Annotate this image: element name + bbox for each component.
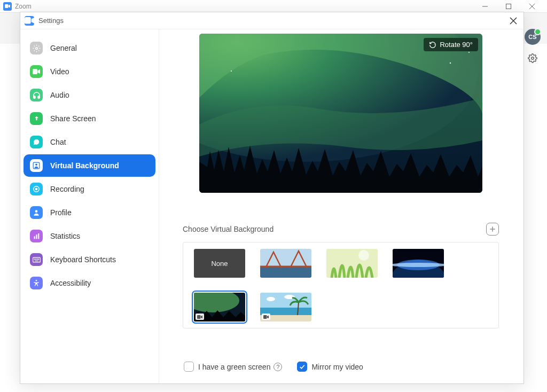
chart-icon	[30, 230, 43, 242]
mirror-video-label: Mirror my video	[311, 363, 363, 371]
svg-rect-51	[263, 315, 267, 319]
svg-point-22	[37, 258, 37, 259]
rotate-icon	[429, 41, 436, 49]
svg-rect-35	[260, 267, 311, 278]
svg-point-15	[35, 210, 38, 213]
sidebar-item-label: Video	[50, 67, 69, 76]
svg-rect-6	[25, 17, 31, 24]
sidebar-item-label: Recording	[50, 185, 84, 193]
sidebar-item-label: Keyboard Shortcuts	[50, 255, 116, 264]
svg-point-20	[34, 258, 35, 259]
svg-rect-18	[38, 233, 39, 239]
zoom-logo-icon	[25, 16, 34, 26]
svg-point-49	[267, 297, 275, 301]
svg-rect-0	[5, 4, 9, 8]
green-screen-label: I have a green screen	[198, 363, 270, 371]
mirror-video-checkbox-row[interactable]: Mirror my video	[297, 362, 363, 372]
settings-titlebar: Settings	[20, 12, 523, 29]
svg-rect-2	[506, 4, 511, 9]
user-avatar[interactable]: CS	[525, 29, 541, 45]
main-close-button[interactable]	[520, 0, 544, 13]
sidebar-item-keyboard-shortcuts[interactable]: Keyboard Shortcuts	[24, 248, 155, 271]
share-icon	[30, 112, 43, 125]
app-name: Zoom	[15, 3, 32, 10]
sidebar-item-label: Share Screen	[50, 114, 96, 123]
check-icon	[299, 363, 306, 370]
svg-point-23	[38, 258, 38, 259]
background-thumb-aurora[interactable]	[194, 293, 245, 322]
user-icon	[30, 206, 43, 219]
minimize-button[interactable]	[473, 0, 497, 13]
green-screen-checkbox[interactable]	[184, 362, 194, 372]
background-thumb-beach[interactable]	[260, 293, 311, 322]
video-badge-icon	[262, 313, 270, 320]
svg-point-21	[35, 258, 36, 259]
svg-point-29	[468, 52, 470, 53]
accessibility-icon	[30, 277, 43, 289]
svg-point-25	[36, 280, 37, 281]
rotate-button[interactable]: Rotate 90°	[424, 38, 478, 51]
backgrounds-container: None	[183, 242, 499, 328]
choose-background-title: Choose Virtual Background	[183, 225, 274, 233]
svg-rect-45	[197, 315, 201, 319]
sidebar-item-video[interactable]: Video	[24, 60, 155, 83]
svg-point-31	[231, 70, 232, 72]
svg-point-12	[35, 164, 37, 166]
sidebar-item-chat[interactable]: Chat	[24, 131, 155, 153]
sidebar-item-statistics[interactable]: Statistics	[24, 225, 155, 247]
sidebar-item-general[interactable]: General	[24, 37, 155, 59]
sidebar-item-label: General	[50, 44, 77, 52]
maximize-button[interactable]	[497, 0, 520, 13]
sidebar-item-label: Statistics	[50, 232, 80, 240]
record-icon	[30, 183, 43, 195]
mirror-video-checkbox[interactable]	[297, 362, 307, 372]
sidebar-item-label: Virtual Background	[50, 161, 119, 170]
svg-point-14	[35, 188, 38, 191]
thumb-none-label: None	[211, 260, 228, 268]
add-background-button[interactable]	[486, 223, 499, 236]
background-thumb-bridge[interactable]	[260, 249, 311, 278]
window-controls	[473, 0, 544, 13]
sidebar-item-label: Chat	[50, 138, 66, 146]
video-preview: Rotate 90°	[199, 34, 482, 193]
svg-rect-19	[33, 257, 40, 262]
sidebar-item-label: Accessibility	[50, 279, 91, 287]
headphones-icon	[30, 89, 43, 101]
svg-point-38	[358, 250, 369, 261]
green-screen-checkbox-row[interactable]: I have a green screen ?	[184, 362, 282, 372]
plus-icon	[489, 225, 496, 233]
settings-window: Settings General Video Audio Share Scree…	[20, 12, 524, 384]
help-icon[interactable]: ?	[274, 363, 282, 371]
video-badge-icon	[196, 313, 204, 320]
main-titlebar: Zoom	[0, 0, 547, 13]
svg-rect-10	[33, 69, 37, 74]
svg-point-9	[35, 47, 37, 49]
sidebar-item-accessibility[interactable]: Accessibility	[24, 272, 155, 294]
svg-rect-17	[36, 234, 37, 239]
settings-sidebar: General Video Audio Share Screen Chat Vi…	[20, 29, 159, 383]
chat-icon	[30, 136, 43, 148]
svg-point-28	[450, 62, 451, 64]
zoom-logo-icon	[3, 2, 12, 11]
keyboard-icon	[30, 253, 43, 266]
rotate-label: Rotate 90°	[440, 41, 473, 49]
sidebar-item-label: Profile	[50, 208, 72, 217]
sidebar-item-profile[interactable]: Profile	[24, 201, 155, 224]
video-icon	[30, 65, 43, 78]
sidebar-item-recording[interactable]: Recording	[24, 178, 155, 200]
settings-close-button[interactable]	[507, 15, 519, 27]
settings-gear-icon[interactable]	[528, 53, 537, 65]
sidebar-item-audio[interactable]: Audio	[24, 84, 155, 106]
background-thumb-earth[interactable]	[393, 249, 444, 278]
person-box-icon	[30, 159, 43, 172]
svg-point-5	[532, 57, 534, 60]
settings-title: Settings	[38, 17, 64, 25]
svg-rect-16	[34, 236, 35, 239]
background-thumb-none[interactable]: None	[194, 249, 245, 278]
background-thumb-grass[interactable]	[326, 249, 378, 278]
sidebar-item-virtual-background[interactable]: Virtual Background	[24, 154, 155, 177]
sidebar-item-label: Audio	[50, 91, 69, 99]
sidebar-item-share-screen[interactable]: Share Screen	[24, 107, 155, 130]
svg-point-42	[393, 263, 444, 267]
settings-content: Rotate 90° Choose Virtual Background Non…	[159, 29, 523, 383]
